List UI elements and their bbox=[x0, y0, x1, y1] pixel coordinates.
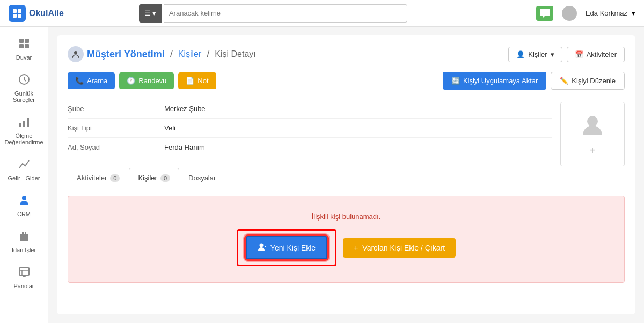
sidebar-item-gelir[interactable]: Gelir - Gider bbox=[3, 153, 46, 187]
action-row: 📞 Arama 🕐 Randevu 📄 Not 🔄 Ki bbox=[68, 72, 625, 90]
kisi-tipi-value: Veli bbox=[164, 124, 552, 132]
aktiviteler-btn-label: Aktiviteler bbox=[587, 50, 617, 58]
breadcrumb: Müşteri Yönetimi / Kişiler / Kişi Detayı… bbox=[68, 46, 625, 62]
svg-rect-6 bbox=[19, 44, 24, 48]
info-main: Şube Merkez Şube Kişi Tipi Veli Ad, Soya… bbox=[68, 99, 625, 168]
menu-button[interactable]: ☰ ▾ bbox=[139, 4, 162, 23]
kisiler-buttons: Yeni Kişi Ekle + Varolan Kişi Ekle / Çık… bbox=[237, 229, 456, 266]
app-logo[interactable]: OkulAile bbox=[9, 5, 64, 22]
olcme-icon bbox=[18, 116, 30, 130]
ad-soyad-value: Ferda Hanım bbox=[164, 143, 552, 151]
varolan-label: Varolan Kişi Ekle / Çıkart bbox=[362, 244, 445, 252]
sube-value: Merkez Şube bbox=[164, 105, 552, 113]
breadcrumb-module[interactable]: Müşteri Yönetimi bbox=[87, 49, 165, 60]
menu-icon: ☰ bbox=[144, 9, 151, 17]
user-chevron: ▾ bbox=[632, 9, 635, 17]
svg-rect-10 bbox=[23, 121, 25, 127]
crm-icon bbox=[18, 194, 30, 209]
action-left: 📞 Arama 🕐 Randevu 📄 Not bbox=[68, 72, 216, 89]
search-input[interactable] bbox=[164, 4, 407, 23]
sidebar: Duvar Günlük Süreçler Ölçme Değerlendirm… bbox=[0, 27, 48, 323]
new-kisi-highlight: Yeni Kişi Ekle bbox=[237, 229, 336, 266]
duzenle-button[interactable]: ✏️ Kişiyi Düzenle bbox=[551, 72, 625, 90]
gunluk-icon bbox=[18, 74, 30, 88]
randevu-button[interactable]: 🕐 Randevu bbox=[119, 72, 174, 89]
breadcrumb-sep1: / bbox=[170, 49, 173, 60]
breadcrumb-section[interactable]: Kişiler bbox=[178, 49, 202, 59]
ad-soyad-label: Ad, Soyad bbox=[68, 143, 164, 151]
photo-area[interactable]: + bbox=[560, 102, 625, 166]
svg-rect-2 bbox=[13, 14, 17, 18]
sidebar-item-gunluk[interactable]: Günlük Süreçler bbox=[3, 68, 46, 108]
duzenle-icon: ✏️ bbox=[560, 77, 568, 85]
svg-rect-14 bbox=[22, 232, 24, 234]
svg-point-21 bbox=[74, 51, 77, 54]
svg-point-12 bbox=[22, 196, 26, 200]
avatar bbox=[562, 6, 577, 21]
user-name: Eda Korkmaz bbox=[586, 9, 627, 17]
randevu-label: Randevu bbox=[138, 77, 166, 85]
svg-rect-11 bbox=[27, 118, 29, 127]
sidebar-label-duvar: Duvar bbox=[16, 54, 32, 61]
main-layout: Duvar Günlük Süreçler Ölçme Değerlendirm… bbox=[0, 27, 644, 323]
kisi-tipi-label: Kişi Tipi bbox=[68, 124, 164, 132]
user-menu[interactable]: Eda Korkmaz ▾ bbox=[586, 9, 635, 17]
new-kisi-icon bbox=[258, 243, 266, 253]
svg-rect-1 bbox=[18, 9, 21, 13]
varolan-icon: + bbox=[354, 244, 358, 252]
search-wrap: ☰ ▾ bbox=[139, 4, 407, 23]
topbar: OkulAile ☰ ▾ Eda Korkmaz ▾ bbox=[0, 0, 644, 27]
menu-chevron: ▾ bbox=[152, 9, 156, 17]
sidebar-label-olcme: Ölçme Değerlendirme bbox=[4, 133, 43, 145]
sidebar-item-duvar[interactable]: Duvar bbox=[3, 32, 46, 66]
svg-rect-4 bbox=[19, 39, 24, 43]
svg-rect-16 bbox=[19, 268, 29, 275]
sube-label: Şube bbox=[68, 105, 164, 113]
tab-kisiler[interactable]: Kişiler 0 bbox=[129, 168, 179, 187]
sidebar-item-crm[interactable]: CRM bbox=[3, 189, 46, 223]
tabs: Aktiviteler 0 Kişiler 0 Dosyalar bbox=[68, 168, 625, 187]
aktiviteler-btn-icon: 📅 bbox=[575, 50, 583, 58]
tab-aktiviteler[interactable]: Aktiviteler 0 bbox=[68, 168, 129, 187]
not-icon: 📄 bbox=[186, 77, 194, 85]
panolar-icon bbox=[18, 266, 30, 281]
tab-kisiler-label: Kişiler bbox=[138, 174, 157, 182]
kisiler-empty-text: İlişkili kişi bulunamadı. bbox=[312, 212, 381, 221]
kisiler-btn-icon: 👤 bbox=[516, 50, 525, 58]
aktar-icon: 🔄 bbox=[451, 77, 460, 85]
breadcrumb-page: Kişi Detayı bbox=[215, 49, 255, 59]
sidebar-label-gunluk: Günlük Süreçler bbox=[7, 90, 41, 103]
kisiler-panel: İlişkili kişi bulunamadı. bbox=[68, 196, 625, 283]
chat-icon[interactable] bbox=[536, 6, 553, 21]
info-row-kisitipi: Kişi Tipi Veli bbox=[68, 119, 552, 138]
tab-aktiviteler-label: Aktiviteler bbox=[77, 174, 107, 182]
content-inner: Müşteri Yönetimi / Kişiler / Kişi Detayı… bbox=[57, 35, 635, 314]
kisiler-btn-label: Kişiler bbox=[528, 50, 547, 58]
tab-aktiviteler-count: 0 bbox=[110, 174, 120, 182]
randevu-icon: 🕐 bbox=[127, 77, 135, 85]
svg-rect-0 bbox=[13, 9, 17, 13]
aktiviteler-button[interactable]: 📅 Aktiviteler bbox=[567, 47, 625, 62]
kisiler-button[interactable]: 👤 Kişiler ▾ bbox=[508, 47, 562, 62]
new-kisi-button[interactable]: Yeni Kişi Ekle bbox=[246, 236, 327, 259]
sidebar-item-olcme[interactable]: Ölçme Değerlendirme bbox=[3, 111, 46, 151]
svg-rect-7 bbox=[25, 44, 29, 48]
svg-point-23 bbox=[259, 244, 263, 247]
svg-rect-5 bbox=[25, 39, 29, 43]
breadcrumb-right: 👤 Kişiler ▾ 📅 Aktiviteler bbox=[508, 47, 625, 62]
sidebar-item-panolar[interactable]: Panolar bbox=[3, 261, 46, 295]
not-label: Not bbox=[197, 77, 208, 85]
arama-button[interactable]: 📞 Arama bbox=[68, 72, 115, 89]
varolan-kisi-button[interactable]: + Varolan Kişi Ekle / Çıkart bbox=[343, 238, 456, 258]
gelir-icon bbox=[18, 158, 30, 173]
info-row-sube: Şube Merkez Şube bbox=[68, 99, 552, 119]
tab-dosyalar[interactable]: Dosyalar bbox=[179, 168, 225, 187]
logo-icon bbox=[9, 5, 26, 22]
duvar-icon bbox=[18, 38, 30, 52]
svg-point-22 bbox=[587, 116, 598, 127]
info-fields: Şube Merkez Şube Kişi Tipi Veli Ad, Soya… bbox=[68, 99, 552, 168]
not-button[interactable]: 📄 Not bbox=[178, 72, 216, 89]
aktar-button[interactable]: 🔄 Kişiyi Uygulamaya Aktar bbox=[443, 72, 546, 90]
svg-rect-3 bbox=[18, 14, 21, 18]
sidebar-item-idari[interactable]: İdari İşler bbox=[3, 225, 46, 259]
